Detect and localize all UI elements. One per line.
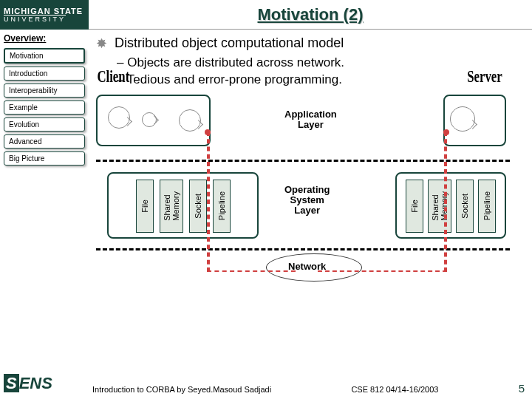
sidebar-item-advanced[interactable]: Advanced bbox=[4, 134, 85, 149]
pipeline-bar: Pipeline bbox=[478, 180, 496, 233]
sens-logo: SENS bbox=[4, 374, 52, 393]
main-bullet: ✸ Distributed object computational model bbox=[96, 35, 521, 52]
logo-top: MICHIGAN STATE bbox=[4, 7, 85, 16]
logo-bottom: UNIVERSITY bbox=[4, 16, 85, 23]
sidebar-item-introduction[interactable]: Introduction bbox=[4, 66, 85, 81]
divider-1 bbox=[96, 160, 510, 162]
content: ✸ Distributed object computational model… bbox=[89, 30, 532, 373]
bullet-text: Distributed object computational model bbox=[115, 35, 344, 52]
divider-2 bbox=[96, 248, 510, 250]
os-layer-label: Operating System Layer bbox=[284, 185, 330, 216]
server-os-box: File Shared Memory Socket Pipeline bbox=[395, 172, 506, 239]
msu-logo: MICHIGAN STATE UNIVERSITY bbox=[0, 0, 89, 30]
client-app-box bbox=[96, 95, 211, 146]
shared-memory-bar: Shared Memory bbox=[428, 180, 451, 233]
object-icon bbox=[142, 112, 157, 127]
bullet-icon: ✸ bbox=[96, 35, 107, 52]
sidebar-item-interoperability[interactable]: Interoperability bbox=[4, 83, 85, 98]
page-number: 5 bbox=[519, 382, 525, 395]
server-app-box bbox=[443, 95, 506, 146]
file-bar: File bbox=[136, 180, 154, 233]
overview-label: Overview: bbox=[4, 33, 85, 44]
sidebar-item-motivation[interactable]: Motivation bbox=[4, 48, 85, 64]
footer-left: Introduction to CORBA by Seyed.Masoud Sa… bbox=[92, 385, 271, 394]
object-icon bbox=[108, 106, 130, 129]
header: MICHIGAN STATE UNIVERSITY Motivation (2) bbox=[0, 0, 532, 30]
client-label: Client bbox=[97, 66, 129, 86]
socket-bar: Socket bbox=[189, 180, 207, 233]
sidebar-item-evolution[interactable]: Evolution bbox=[4, 117, 85, 132]
pipeline-bar: Pipeline bbox=[213, 180, 231, 233]
footer: Introduction to CORBA by Seyed.Masoud Sa… bbox=[92, 382, 525, 395]
diagram: Client Server Application Layer File Sha… bbox=[96, 95, 521, 316]
path-line bbox=[318, 270, 447, 272]
client-os-box: File Shared Memory Socket Pipeline bbox=[107, 172, 259, 239]
server-label: Server bbox=[467, 66, 502, 86]
sidebar-item-example[interactable]: Example bbox=[4, 100, 85, 115]
file-bar: File bbox=[406, 180, 423, 233]
slide-title: Motivation (2) bbox=[89, 5, 532, 24]
footer-right: CSE 812 04/14-16/2003 bbox=[351, 385, 438, 394]
path-line bbox=[444, 132, 447, 272]
sub-bullet-2: – Tedious and error-prone programming. bbox=[117, 72, 521, 89]
sidebar-item-big-picture[interactable]: Big Picture bbox=[4, 151, 85, 166]
path-line bbox=[207, 270, 296, 272]
path-line bbox=[207, 132, 210, 272]
object-icon bbox=[179, 109, 201, 132]
main: Overview: Motivation Introduction Intero… bbox=[0, 30, 532, 373]
socket-bar: Socket bbox=[456, 180, 474, 233]
shared-memory-bar: Shared Memory bbox=[160, 180, 183, 233]
path-dot-icon bbox=[205, 129, 211, 135]
app-layer-label: Application Layer bbox=[284, 109, 337, 131]
path-dot-icon bbox=[443, 129, 449, 135]
sidebar: Overview: Motivation Introduction Intero… bbox=[0, 30, 89, 373]
sub-bullet-1: – Objects are distributed across network… bbox=[117, 55, 521, 72]
object-icon bbox=[450, 106, 475, 132]
